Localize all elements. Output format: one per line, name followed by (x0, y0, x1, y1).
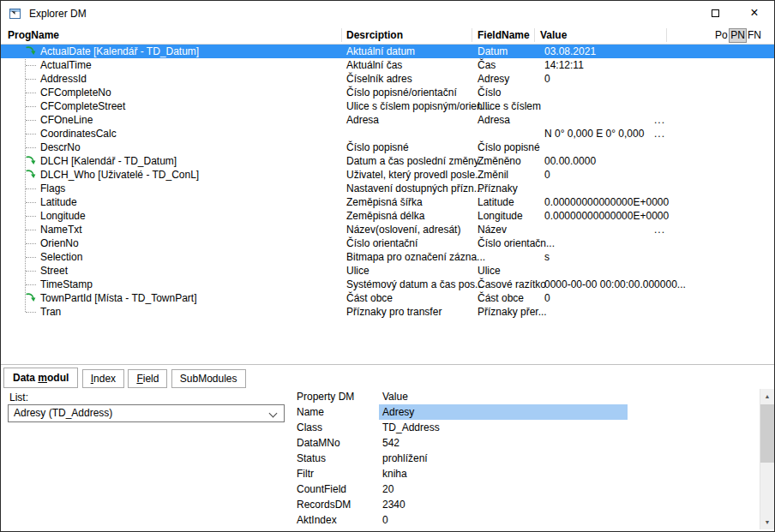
cell-field: Změněno (478, 154, 521, 168)
scrollbar-thumb[interactable] (760, 404, 774, 463)
cell-field: Změnil (478, 168, 508, 182)
column-divider[interactable] (666, 28, 667, 42)
cell-desc: Číslo orientační (346, 236, 418, 250)
property-rows: Property DM Value NameAdresyClassTD_Addr… (290, 389, 760, 528)
tree-row[interactable]: CFOneLineAdresaAdresa... (1, 113, 774, 127)
tree-row[interactable]: LatitudeZeměpisná šířkaLatitude0.0000000… (1, 195, 774, 209)
property-row[interactable]: NameAdresy (290, 404, 760, 420)
cell-field: Číslo (478, 86, 501, 99)
tree-branch-line (26, 312, 36, 313)
property-row[interactable]: DataMNo542 (290, 435, 760, 451)
tree-row[interactable]: StreetUliceUlice (1, 264, 774, 278)
cell-desc: Nastavení dostupných přízn... (346, 182, 483, 195)
ellipsis-button[interactable]: ... (654, 127, 665, 140)
cell-prog: Latitude (40, 195, 77, 209)
column-divider[interactable] (534, 28, 535, 42)
cell-value: 0 (544, 72, 550, 86)
filter-button-fn[interactable]: FN (747, 28, 762, 43)
ellipsis-button[interactable]: ... (654, 113, 665, 127)
property-name: Filtr (297, 466, 314, 481)
tree-row[interactable]: AddressIdČíselník adresAdresy0 (1, 72, 774, 86)
tab-label: Data (13, 372, 38, 384)
cell-field: Ulice (478, 264, 501, 278)
tree-row[interactable]: CFCompleteNoČíslo popisné/orientačníČísl… (1, 86, 774, 99)
close-button[interactable]: × (735, 1, 774, 27)
scroll-up-icon[interactable]: ▲ (760, 389, 774, 403)
tree-row[interactable]: DescrNoČíslo popisnéČíslo popisné (1, 140, 774, 154)
tree-row[interactable]: TimeStampSystémový datum a čas pos...Čas… (1, 278, 774, 291)
tab-index[interactable]: Index (82, 369, 124, 388)
property-row[interactable]: ClassTD_Address (290, 420, 760, 435)
link-arrow-icon (25, 155, 36, 166)
property-row[interactable]: CountField20 (290, 481, 760, 497)
cell-prog: OrienNo (40, 236, 79, 250)
tree-row[interactable]: LongitudeZeměpisná délkaLongitude0.00000… (1, 209, 774, 223)
tree-row[interactable]: TranPříznaky pro transferPříznaky přer..… (1, 305, 774, 319)
cell-value: 00.00.0000 (544, 154, 596, 168)
column-header-progname[interactable]: ProgName (8, 29, 59, 41)
cell-field: Latitude (478, 195, 514, 209)
cell-field: Longitude (478, 209, 523, 223)
column-divider[interactable] (472, 28, 472, 42)
tab-data-modul[interactable]: Data modul (3, 368, 78, 388)
cell-value: 0000-00-00 00:00:00.000000... (544, 278, 686, 291)
list-combobox[interactable]: Adresy (TD_Address) (8, 404, 285, 422)
tree-row[interactable]: DLCH [Kalendář - TD_Datum]Datum a čas po… (1, 154, 774, 168)
property-name: DataMNo (297, 435, 340, 451)
tree-branch-line (26, 188, 36, 189)
column-header-row: ProgName Desrciption FieldName Value PoP… (1, 27, 774, 45)
panel-splitter[interactable] (1, 364, 774, 365)
tree-branch-line (26, 147, 36, 148)
cell-desc: Číslo popisné (346, 140, 409, 154)
property-value: Adresy (379, 404, 628, 420)
tab-label: ield (143, 373, 159, 385)
tree-row[interactable]: OrienNoČíslo orientačníČíslo orientačn..… (1, 236, 774, 250)
tree-branch-line (26, 257, 36, 258)
cell-field: Ulice s číslem (478, 99, 541, 113)
tab-label: ndex (93, 373, 116, 385)
tree-row[interactable]: NameTxtNázev(oslovení, adresát)Název... (1, 223, 774, 236)
tree-row[interactable]: ActualDate [Kalendář - TD_Datum]Aktuální… (1, 45, 774, 58)
cell-prog: DLCH [Kalendář - TD_Datum] (40, 154, 177, 168)
property-row[interactable]: AktIndex0 (290, 512, 760, 528)
cell-value: 0.00000000000000E+0000 (544, 195, 669, 209)
tree-branch-line (26, 65, 36, 66)
tree-branch-line (26, 271, 36, 272)
filter-button-po[interactable]: Po (713, 28, 729, 43)
tree-row[interactable]: CoordinatesCalcN 0° 0,000 E 0° 0,000... (1, 127, 774, 140)
list-label: List: (9, 392, 28, 403)
tree-row[interactable]: ActualTimeAktuální časČas14:12:11 (1, 58, 774, 72)
tree-row[interactable]: TownPartId [Místa - TD_TownPart]Část obc… (1, 291, 774, 305)
cell-value: 0 (544, 168, 550, 182)
column-header-description[interactable]: Desrciption (346, 29, 403, 41)
tab-submodules[interactable]: SubModules (171, 369, 246, 388)
property-row[interactable]: RecordsDM2340 (290, 497, 760, 512)
column-header-value[interactable]: Value (540, 29, 567, 41)
vertical-scrollbar[interactable]: ▲ ▼ (760, 389, 774, 529)
cell-desc: Datum a čas poslední změny... (346, 154, 487, 168)
property-value: 542 (382, 435, 400, 451)
scroll-down-icon[interactable]: ▼ (760, 515, 774, 529)
cell-field: Adresa (478, 113, 510, 127)
tree-row[interactable]: SelectionBitmapa pro označení zázna...s (1, 250, 774, 264)
cell-desc: Zeměpisná délka (346, 209, 424, 223)
maximize-button[interactable] (695, 1, 735, 27)
tree-row[interactable]: CFCompleteStreetUlice s číslem popisným/… (1, 99, 774, 113)
column-header-fieldname[interactable]: FieldName (478, 29, 530, 41)
ellipsis-button[interactable]: ... (654, 223, 665, 236)
filter-button-pn[interactable]: PN (729, 28, 747, 43)
tree-row[interactable]: FlagsNastavení dostupných přízn...Přízna… (1, 182, 774, 195)
explorer-dm-window: Explorer DM × ProgName Desrciption Field… (0, 0, 775, 532)
cell-prog: NameTxt (40, 223, 82, 236)
cell-prog: CFCompleteNo (40, 86, 111, 99)
cell-desc: Uživatel, který provedl posle... (346, 168, 484, 182)
cell-value: 0 (544, 291, 550, 305)
property-row[interactable]: Filtrkniha (290, 466, 760, 481)
tree-row[interactable]: DLCH_Who [Uživatelé - TD_ConL]Uživatel, … (1, 168, 774, 182)
link-arrow-icon (25, 292, 36, 303)
property-row[interactable]: Statusprohlížení (290, 451, 760, 466)
property-value: TD_Address (382, 420, 440, 435)
tree-branch-line (26, 120, 36, 121)
tab-field[interactable]: Field (128, 369, 167, 388)
column-divider[interactable] (341, 28, 342, 42)
